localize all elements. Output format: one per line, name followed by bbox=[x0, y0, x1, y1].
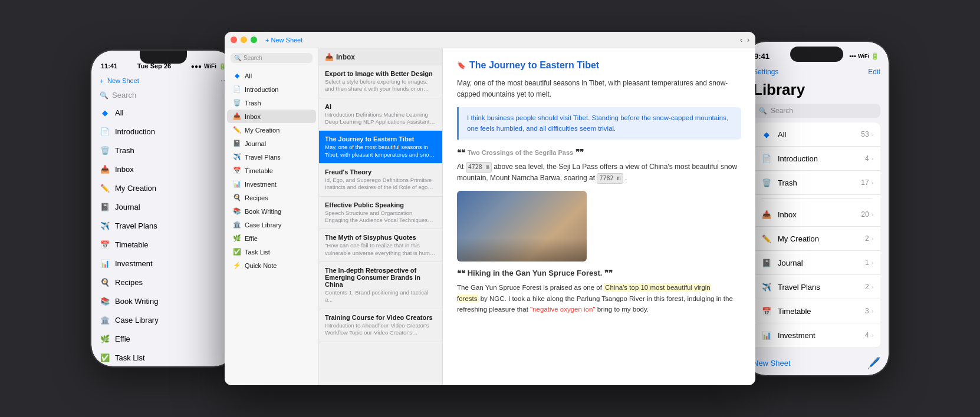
note-item-freud[interactable]: Freud's Theory Id, Ego, and Superego Def… bbox=[319, 164, 442, 197]
sidebar-item-trash[interactable]: 🗑️ Trash bbox=[227, 96, 316, 110]
nav-inbox[interactable]: 📥 Inbox bbox=[91, 160, 235, 178]
new-sheet-button[interactable]: ＋ New Sheet bbox=[98, 77, 139, 85]
negative-ion-link[interactable]: "negative oxygen ion" bbox=[530, 306, 595, 313]
nav-travel-plans[interactable]: ✈️ Travel Plans bbox=[91, 216, 235, 235]
arrow-icon: › bbox=[872, 236, 873, 242]
inbox-icon: 📥 bbox=[233, 112, 241, 120]
note-item-speaking[interactable]: Effective Public Speaking Speech Structu… bbox=[319, 197, 442, 230]
effie-icon: 🌿 bbox=[233, 234, 241, 242]
sidebar-item-task-list[interactable]: ✅ Task List bbox=[227, 245, 316, 259]
nav-effie[interactable]: 🌿 Effie bbox=[91, 329, 235, 348]
nav-recipes[interactable]: 🍳 Recipes bbox=[91, 273, 235, 292]
arrow-icon: › bbox=[872, 332, 873, 339]
nav-introduction[interactable]: 📄 Introduction bbox=[91, 122, 235, 141]
note-list-panel: 📥 Inbox Export to Image with Better Desi… bbox=[319, 48, 443, 385]
ir-search-bar[interactable]: 🔍 Search bbox=[753, 104, 880, 118]
sidebar-item-inbox[interactable]: 📥 Inbox bbox=[227, 110, 316, 123]
arrow-icon: › bbox=[872, 260, 873, 266]
altitude1-badge: 4728 m bbox=[466, 162, 492, 173]
sidebar-item-all[interactable]: ◆ All bbox=[227, 69, 316, 82]
sidebar-item-book-writing[interactable]: 📚 Book Writing bbox=[227, 204, 316, 218]
note-item-export[interactable]: Export to Image with Better Design Selec… bbox=[319, 65, 442, 98]
search-row[interactable]: 🔍 Search bbox=[91, 88, 235, 103]
intro-icon: 📄 bbox=[760, 152, 773, 165]
nav-journal[interactable]: 📓 Journal bbox=[91, 197, 235, 216]
travel-icon: ✈️ bbox=[760, 280, 773, 293]
minimize-button[interactable] bbox=[241, 37, 247, 43]
edit-button[interactable]: Edit bbox=[868, 68, 880, 76]
sidebar-item-quick-note[interactable]: ⚡ Quick Note bbox=[227, 259, 316, 272]
sidebar-item-recipes[interactable]: 🍳 Recipes bbox=[227, 191, 316, 204]
ir-item-investment[interactable]: 📊 Investment 4 › bbox=[753, 323, 880, 348]
ir-item-journal[interactable]: 📓 Journal 1 › bbox=[753, 251, 880, 275]
note-item-sisyphus[interactable]: The Myth of Sisyphus Quotes "How can one… bbox=[319, 229, 442, 262]
iphone-left-nav: 🔍 Search ◆ All 📄 Introduction 🗑️ Trash bbox=[91, 88, 235, 366]
sidebar-item-effie[interactable]: 🌿 Effie bbox=[227, 231, 316, 245]
compose-icon[interactable]: 🖊️ bbox=[867, 356, 880, 369]
all-icon: ◆ bbox=[233, 72, 241, 80]
ir-item-trash[interactable]: 🗑️ Trash 17 › bbox=[753, 171, 880, 195]
note-section-2-body: At 4728 m above sea level, the Seji La P… bbox=[457, 161, 741, 184]
quick-note-icon: ⚡ bbox=[233, 262, 241, 269]
close-button[interactable] bbox=[231, 37, 237, 43]
macbook: + New Sheet ‹ › 🔍 Search bbox=[225, 32, 755, 385]
new-sheet-button-right[interactable]: New Sheet bbox=[753, 359, 791, 368]
settings-link[interactable]: Settings bbox=[753, 68, 778, 76]
chevron-left-icon: ‹ bbox=[740, 36, 742, 44]
ir-item-travel-plans[interactable]: ✈️ Travel Plans 2 › bbox=[753, 275, 880, 299]
nav-task-list[interactable]: ✅ Task List bbox=[91, 348, 235, 366]
arrow-icon: › bbox=[872, 155, 873, 162]
note-items-list: Export to Image with Better Design Selec… bbox=[319, 65, 442, 385]
note-item-ai[interactable]: AI Introduction Definitions Machine Lear… bbox=[319, 98, 442, 131]
new-sheet-button-mac[interactable]: + New Sheet bbox=[265, 37, 302, 44]
sidebar-item-journal[interactable]: 📓 Journal bbox=[227, 137, 316, 150]
status-time: 11:41 bbox=[101, 62, 117, 70]
nav-my-creation[interactable]: ✏️ My Creation bbox=[91, 178, 235, 197]
inbox-icon: 📥 bbox=[100, 164, 110, 174]
timetable-icon: 📅 bbox=[760, 305, 773, 317]
nav-case-library[interactable]: 🏛️ Case Library › bbox=[91, 310, 235, 329]
hiking-body: The Gan Yun Spruce Forest is praised as … bbox=[457, 282, 741, 315]
arrow-icon: › bbox=[872, 180, 873, 186]
sidebar-item-my-creation[interactable]: ✏️ My Creation bbox=[227, 123, 316, 137]
sidebar-item-travel-plans[interactable]: ✈️ Travel Plans bbox=[227, 150, 316, 164]
search-icon: 🔍 bbox=[100, 91, 108, 100]
ir-item-all[interactable]: ◆ All 53 › bbox=[753, 123, 880, 147]
recipes-icon: 🍳 bbox=[233, 194, 241, 201]
sidebar-item-investment[interactable]: 📊 Investment bbox=[227, 177, 316, 191]
inbox-icon: 📥 bbox=[760, 208, 773, 221]
investment-icon: 📊 bbox=[100, 258, 110, 269]
nav-book-writing[interactable]: 📚 Book Writing › bbox=[91, 292, 235, 310]
ir-item-inbox[interactable]: 📥 Inbox 20 › bbox=[753, 203, 880, 227]
all-icon: ◆ bbox=[100, 107, 110, 118]
titlebar: + New Sheet ‹ › bbox=[225, 32, 755, 48]
travel-icon: ✈️ bbox=[233, 153, 241, 161]
nav-timetable[interactable]: 📅 Timetable bbox=[91, 235, 235, 254]
maximize-button[interactable] bbox=[251, 37, 257, 43]
ir-item-timetable[interactable]: 📅 Timetable 3 › bbox=[753, 299, 880, 323]
investment-icon: 📊 bbox=[760, 329, 773, 342]
intro-icon: 📄 bbox=[233, 85, 241, 93]
note-item-tibet[interactable]: The Journey to Eastern Tibet May, one of… bbox=[319, 131, 442, 164]
journal-icon: 📓 bbox=[233, 140, 241, 147]
sidebar-item-introduction[interactable]: 📄 Introduction bbox=[227, 82, 316, 96]
sidebar-item-timetable[interactable]: 📅 Timetable bbox=[227, 164, 316, 177]
recipes-icon: 🍳 bbox=[100, 277, 110, 287]
note-item-training[interactable]: Training Course for Video Creators Intro… bbox=[319, 309, 442, 342]
sidebar-search[interactable]: 🔍 Search bbox=[231, 53, 313, 63]
nav-trash[interactable]: 🗑️ Trash › bbox=[91, 141, 235, 160]
search-icon: 🔍 bbox=[234, 55, 241, 61]
arrow-icon: › bbox=[872, 211, 873, 218]
note-section-2-title: ❝❝ Two Crossings of the Segrila Pass ❞❞ bbox=[457, 148, 741, 157]
note-item-china[interactable]: The In-depth Retrospective of Emerging C… bbox=[319, 262, 442, 309]
sidebar-item-case-library[interactable]: 🏛️ Case Library bbox=[227, 218, 316, 231]
ir-main-list: ◆ All 53 › 📄 Introduction 4 › 🗑️ Trash 1… bbox=[753, 123, 880, 348]
ir-navbar: Settings Edit bbox=[745, 65, 889, 80]
ir-item-introduction[interactable]: 📄 Introduction 4 › bbox=[753, 147, 880, 171]
ir-item-recipes[interactable]: 🍳 Recipes 5 › bbox=[753, 348, 880, 348]
nav-investment[interactable]: 📊 Investment bbox=[91, 254, 235, 273]
note-quote: I think business people should visit Tib… bbox=[457, 107, 741, 140]
ir-item-my-creation[interactable]: ✏️ My Creation 2 › bbox=[753, 227, 880, 251]
nav-all[interactable]: ◆ All bbox=[91, 103, 235, 122]
my-creation-icon: ✏️ bbox=[233, 126, 241, 134]
